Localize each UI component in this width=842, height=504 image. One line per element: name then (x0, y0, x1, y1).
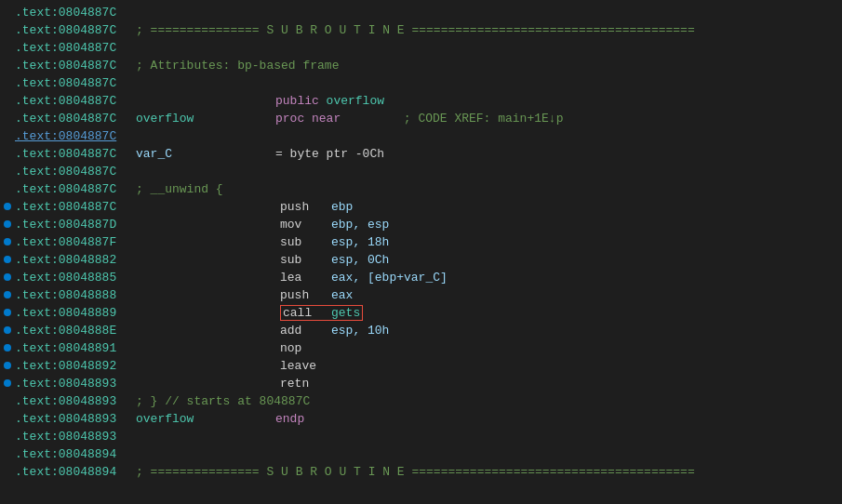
code-line: .text:08048893 (0, 428, 842, 445)
code-content: retn (136, 377, 331, 391)
code-line: .text:0804887C (0, 127, 842, 145)
code-content: overflowendp (136, 412, 304, 426)
code-address: .text:0804887C (15, 23, 136, 37)
code-line: .text:0804887Cvar_C= byte ptr -0Ch (0, 145, 842, 163)
code-line: .text:0804888Eaddesp, 10h (0, 322, 842, 339)
code-address: .text:08048893 (15, 377, 136, 391)
code-address: .text:08048893 (15, 412, 136, 426)
breakpoint-dot[interactable] (4, 379, 11, 387)
code-content: callgets (136, 305, 363, 321)
code-address: .text:08048889 (15, 306, 136, 320)
breakpoint-dot[interactable] (4, 273, 11, 281)
code-content: pushebp (136, 200, 353, 214)
code-address: .text:08048894 (15, 447, 136, 461)
code-line: .text:08048893retn (0, 375, 842, 392)
code-line: .text:08048889callgets (0, 304, 842, 322)
code-line: .text:08048892leave (0, 357, 842, 375)
code-content: subesp, 0Ch (136, 253, 389, 267)
code-address: .text:08048893 (15, 394, 136, 408)
code-line: .text:08048885leaeax, [ebp+var_C] (0, 269, 842, 286)
code-address: .text:08048891 (15, 341, 136, 355)
code-address: .text:0804887C (15, 94, 136, 108)
code-content: pusheax (136, 288, 353, 302)
code-address: .text:0804887D (15, 218, 136, 232)
code-address: .text:08048892 (15, 359, 136, 373)
code-address: .text:08048882 (15, 253, 136, 267)
highlighted-call-box: callgets (280, 305, 363, 321)
code-content: ; =============== S U B R O U T I N E ==… (136, 465, 695, 479)
code-address: .text:08048885 (15, 271, 136, 285)
code-line: .text:0804887C; Attributes: bp-based fra… (0, 57, 842, 74)
code-address: .text:0804887C (15, 112, 136, 126)
code-line: .text:0804887Coverflowproc near ; CODE X… (0, 110, 842, 127)
breakpoint-dot[interactable] (4, 220, 11, 228)
code-address: .text:0804887C (15, 182, 136, 196)
code-line: .text:0804887Cpushebp (0, 198, 842, 216)
code-content: overflowproc near ; CODE XREF: main+1E↓p (136, 112, 563, 126)
code-line: .text:0804887C (0, 74, 842, 92)
code-address: .text:0804888E (15, 324, 136, 338)
code-line: .text:08048893; } // starts at 804887C (0, 392, 842, 410)
code-line: .text:08048891nop (0, 339, 842, 357)
code-content: subesp, 18h (136, 235, 389, 249)
code-line: .text:08048893overflowendp (0, 410, 842, 428)
code-address: .text:0804887C (15, 147, 136, 161)
code-content: leaeax, [ebp+var_C] (136, 271, 448, 285)
breakpoint-dot[interactable] (4, 344, 11, 351)
code-line: .text:0804887C; =============== S U B R … (0, 21, 842, 39)
code-line: .text:0804887C (0, 39, 842, 57)
breakpoint-dot[interactable] (4, 362, 11, 369)
code-content: movebp, esp (136, 218, 389, 232)
code-line: .text:0804887Cpublic overflow (0, 92, 842, 110)
code-address: .text:08048894 (15, 465, 136, 479)
code-content: public overflow (136, 94, 384, 108)
code-address[interactable]: .text:0804887C (15, 129, 136, 143)
code-line: .text:0804887C (0, 163, 842, 180)
code-line: .text:0804887C; __unwind { (0, 180, 842, 198)
code-address: .text:0804887C (15, 76, 136, 90)
code-content: ; =============== S U B R O U T I N E ==… (136, 23, 695, 37)
code-content: var_C= byte ptr -0Ch (136, 147, 384, 161)
code-line: .text:08048894 (0, 445, 842, 463)
code-address: .text:0804887C (15, 200, 136, 214)
code-line: .text:0804887Dmovebp, esp (0, 216, 842, 233)
code-address: .text:08048888 (15, 288, 136, 302)
code-content: leave (136, 359, 331, 373)
code-content: ; __unwind { (136, 182, 223, 196)
code-line: .text:08048882subesp, 0Ch (0, 251, 842, 269)
code-line: .text:0804887C (0, 4, 842, 21)
code-address: .text:0804887C (15, 59, 136, 73)
breakpoint-dot[interactable] (4, 203, 11, 210)
code-line: .text:0804887Fsubesp, 18h (0, 233, 842, 251)
breakpoint-dot[interactable] (4, 238, 11, 245)
breakpoint-dot[interactable] (4, 291, 11, 298)
breakpoint-dot[interactable] (4, 326, 11, 334)
code-content: addesp, 10h (136, 324, 389, 338)
code-address: .text:0804887C (15, 6, 136, 20)
code-content: nop (136, 341, 331, 355)
code-line: .text:08048894; =============== S U B R … (0, 463, 842, 481)
code-line: .text:08048888pusheax (0, 286, 842, 304)
code-address: .text:0804887F (15, 235, 136, 249)
code-content: ; Attributes: bp-based frame (136, 59, 339, 73)
breakpoint-dot[interactable] (4, 309, 11, 316)
code-address: .text:0804887C (15, 165, 136, 179)
code-content: ; } // starts at 804887C (136, 394, 310, 408)
breakpoint-dot[interactable] (4, 256, 11, 263)
code-view: .text:0804887C.text:0804887C; ==========… (0, 0, 842, 504)
code-address: .text:08048893 (15, 430, 136, 444)
code-address: .text:0804887C (15, 41, 136, 55)
